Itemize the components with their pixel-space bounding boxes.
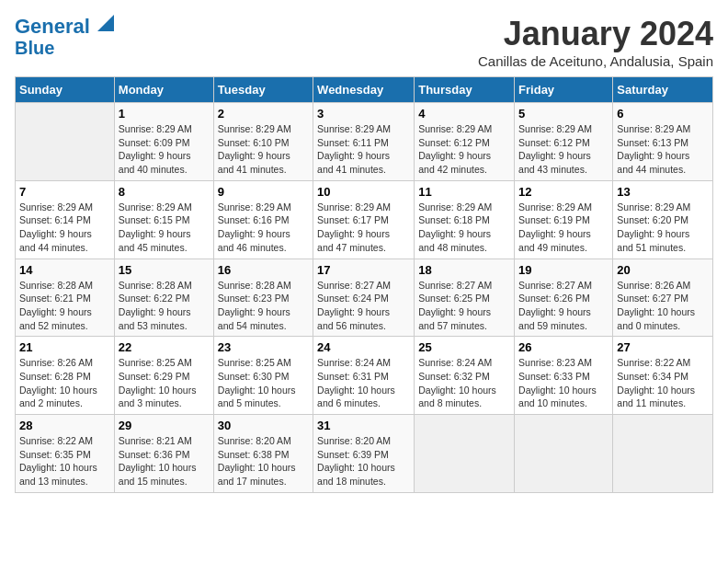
day-number: 18 — [418, 263, 510, 277]
day-number: 15 — [119, 263, 210, 277]
day-cell: 15Sunrise: 8:28 AMSunset: 6:22 PMDayligh… — [114, 259, 213, 337]
week-row-4: 21Sunrise: 8:26 AMSunset: 6:28 PMDayligh… — [16, 337, 713, 415]
week-row-3: 14Sunrise: 8:28 AMSunset: 6:21 PMDayligh… — [16, 259, 713, 337]
logo-general: General — [15, 15, 90, 38]
day-cell: 17Sunrise: 8:27 AMSunset: 6:24 PMDayligh… — [313, 259, 415, 337]
day-cell: 12Sunrise: 8:29 AMSunset: 6:19 PMDayligh… — [515, 180, 613, 259]
day-info: Sunrise: 8:23 AMSunset: 6:33 PMDaylight:… — [518, 356, 609, 410]
week-row-5: 28Sunrise: 8:22 AMSunset: 6:35 PMDayligh… — [16, 415, 713, 493]
col-header-thursday: Thursday — [415, 77, 515, 103]
day-cell — [16, 103, 115, 181]
day-cell: 10Sunrise: 8:29 AMSunset: 6:17 PMDayligh… — [313, 180, 415, 259]
day-cell: 29Sunrise: 8:21 AMSunset: 6:36 PMDayligh… — [114, 415, 213, 493]
day-number: 30 — [218, 419, 309, 432]
day-info: Sunrise: 8:29 AMSunset: 6:17 PMDaylight:… — [317, 201, 410, 255]
svg-marker-0 — [97, 15, 114, 31]
day-info: Sunrise: 8:24 AMSunset: 6:31 PMDaylight:… — [317, 356, 410, 410]
day-info: Sunrise: 8:28 AMSunset: 6:21 PMDaylight:… — [19, 279, 110, 333]
day-number: 6 — [617, 107, 709, 121]
day-number: 4 — [418, 107, 510, 121]
day-number: 23 — [218, 340, 309, 354]
day-info: Sunrise: 8:25 AMSunset: 6:30 PMDaylight:… — [218, 356, 309, 410]
day-cell: 26Sunrise: 8:23 AMSunset: 6:33 PMDayligh… — [515, 337, 613, 415]
day-info: Sunrise: 8:29 AMSunset: 6:13 PMDaylight:… — [617, 122, 709, 177]
day-number: 2 — [218, 107, 309, 121]
day-cell: 30Sunrise: 8:20 AMSunset: 6:38 PMDayligh… — [213, 415, 313, 493]
calendar-table: SundayMondayTuesdayWednesdayThursdayFrid… — [15, 76, 713, 493]
day-cell: 7Sunrise: 8:29 AMSunset: 6:14 PMDaylight… — [16, 180, 115, 259]
day-info: Sunrise: 8:20 AMSunset: 6:39 PMDaylight:… — [317, 434, 410, 488]
header-row: SundayMondayTuesdayWednesdayThursdayFrid… — [16, 77, 713, 103]
day-cell — [415, 415, 515, 493]
day-number: 10 — [317, 185, 410, 199]
week-row-1: 1Sunrise: 8:29 AMSunset: 6:09 PMDaylight… — [16, 103, 713, 181]
day-info: Sunrise: 8:29 AMSunset: 6:12 PMDaylight:… — [418, 122, 510, 177]
day-number: 9 — [218, 185, 309, 199]
month-title: January 2024 — [478, 15, 713, 53]
col-header-friday: Friday — [515, 77, 613, 103]
day-cell: 21Sunrise: 8:26 AMSunset: 6:28 PMDayligh… — [16, 337, 115, 415]
day-number: 14 — [19, 263, 110, 277]
day-cell: 11Sunrise: 8:29 AMSunset: 6:18 PMDayligh… — [415, 180, 515, 259]
day-info: Sunrise: 8:21 AMSunset: 6:36 PMDaylight:… — [119, 434, 210, 488]
col-header-sunday: Sunday — [16, 77, 115, 103]
day-info: Sunrise: 8:29 AMSunset: 6:14 PMDaylight:… — [19, 201, 110, 255]
day-info: Sunrise: 8:29 AMSunset: 6:10 PMDaylight:… — [218, 122, 309, 177]
logo-blue: Blue — [15, 38, 114, 58]
day-cell: 1Sunrise: 8:29 AMSunset: 6:09 PMDaylight… — [114, 103, 213, 181]
day-cell: 8Sunrise: 8:29 AMSunset: 6:15 PMDaylight… — [114, 180, 213, 259]
day-cell: 3Sunrise: 8:29 AMSunset: 6:11 PMDaylight… — [313, 103, 415, 181]
day-cell: 23Sunrise: 8:25 AMSunset: 6:30 PMDayligh… — [213, 337, 313, 415]
day-cell: 6Sunrise: 8:29 AMSunset: 6:13 PMDaylight… — [613, 103, 713, 181]
day-cell: 31Sunrise: 8:20 AMSunset: 6:39 PMDayligh… — [313, 415, 415, 493]
subtitle: Canillas de Aceituno, Andalusia, Spain — [478, 53, 713, 69]
day-info: Sunrise: 8:29 AMSunset: 6:20 PMDaylight:… — [617, 201, 709, 255]
day-number: 8 — [119, 185, 210, 199]
day-cell: 19Sunrise: 8:27 AMSunset: 6:26 PMDayligh… — [515, 259, 613, 337]
day-info: Sunrise: 8:29 AMSunset: 6:16 PMDaylight:… — [218, 201, 309, 255]
day-number: 24 — [317, 340, 410, 354]
day-number: 28 — [19, 419, 110, 432]
day-info: Sunrise: 8:29 AMSunset: 6:18 PMDaylight:… — [418, 201, 510, 255]
day-info: Sunrise: 8:22 AMSunset: 6:34 PMDaylight:… — [617, 356, 709, 410]
day-number: 16 — [218, 263, 309, 277]
day-info: Sunrise: 8:27 AMSunset: 6:26 PMDaylight:… — [518, 279, 609, 333]
day-number: 1 — [119, 107, 210, 121]
day-info: Sunrise: 8:20 AMSunset: 6:38 PMDaylight:… — [218, 434, 309, 488]
day-number: 22 — [119, 340, 210, 354]
day-info: Sunrise: 8:28 AMSunset: 6:22 PMDaylight:… — [119, 279, 210, 333]
day-info: Sunrise: 8:27 AMSunset: 6:24 PMDaylight:… — [317, 279, 410, 333]
day-cell: 22Sunrise: 8:25 AMSunset: 6:29 PMDayligh… — [114, 337, 213, 415]
day-cell: 4Sunrise: 8:29 AMSunset: 6:12 PMDaylight… — [415, 103, 515, 181]
logo: General Blue — [15, 15, 114, 58]
col-header-monday: Monday — [114, 77, 213, 103]
day-number: 21 — [19, 340, 110, 354]
day-cell — [613, 415, 713, 493]
day-cell: 2Sunrise: 8:29 AMSunset: 6:10 PMDaylight… — [213, 103, 313, 181]
day-info: Sunrise: 8:29 AMSunset: 6:19 PMDaylight:… — [518, 201, 609, 255]
day-number: 25 — [418, 340, 510, 354]
day-number: 19 — [518, 263, 609, 277]
day-cell — [515, 415, 613, 493]
day-number: 7 — [19, 185, 110, 199]
week-row-2: 7Sunrise: 8:29 AMSunset: 6:14 PMDaylight… — [16, 180, 713, 259]
day-number: 13 — [617, 185, 709, 199]
day-number: 26 — [518, 340, 609, 354]
day-info: Sunrise: 8:29 AMSunset: 6:11 PMDaylight:… — [317, 122, 410, 177]
day-cell: 14Sunrise: 8:28 AMSunset: 6:21 PMDayligh… — [16, 259, 115, 337]
day-info: Sunrise: 8:26 AMSunset: 6:27 PMDaylight:… — [617, 279, 709, 333]
col-header-saturday: Saturday — [613, 77, 713, 103]
day-number: 31 — [317, 419, 410, 432]
day-cell: 20Sunrise: 8:26 AMSunset: 6:27 PMDayligh… — [613, 259, 713, 337]
page-header: General Blue January 2024 Canillas de Ac… — [15, 15, 713, 69]
day-cell: 13Sunrise: 8:29 AMSunset: 6:20 PMDayligh… — [613, 180, 713, 259]
day-info: Sunrise: 8:27 AMSunset: 6:25 PMDaylight:… — [418, 279, 510, 333]
day-info: Sunrise: 8:26 AMSunset: 6:28 PMDaylight:… — [19, 356, 110, 410]
day-info: Sunrise: 8:25 AMSunset: 6:29 PMDaylight:… — [119, 356, 210, 410]
day-number: 3 — [317, 107, 410, 121]
day-cell: 5Sunrise: 8:29 AMSunset: 6:12 PMDaylight… — [515, 103, 613, 181]
day-cell: 28Sunrise: 8:22 AMSunset: 6:35 PMDayligh… — [16, 415, 115, 493]
day-cell: 16Sunrise: 8:28 AMSunset: 6:23 PMDayligh… — [213, 259, 313, 337]
day-info: Sunrise: 8:28 AMSunset: 6:23 PMDaylight:… — [218, 279, 309, 333]
day-cell: 24Sunrise: 8:24 AMSunset: 6:31 PMDayligh… — [313, 337, 415, 415]
